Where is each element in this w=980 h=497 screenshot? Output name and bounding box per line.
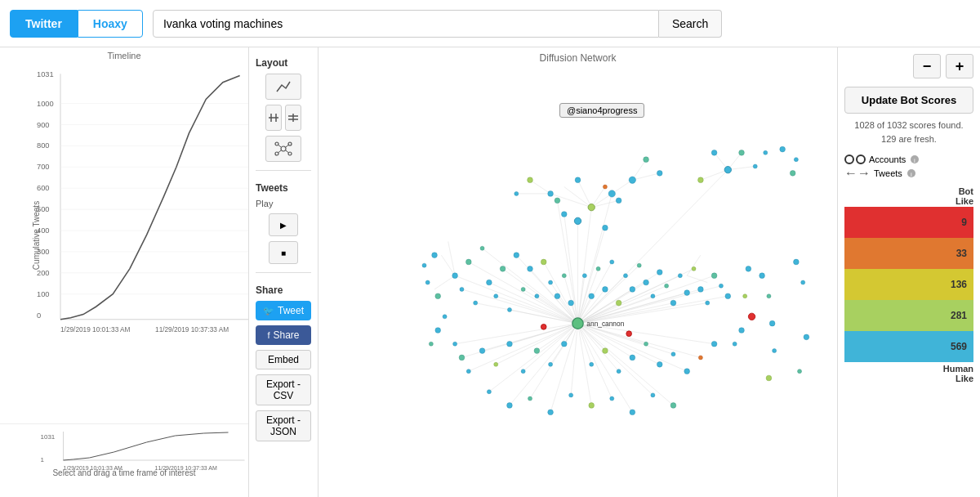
svg-point-161	[582, 274, 586, 278]
layout-btn-spread-v[interactable]	[285, 105, 301, 131]
svg-point-229	[548, 191, 554, 197]
tweet-label: Tweet	[278, 305, 304, 316]
svg-text:200: 200	[37, 269, 50, 277]
zoom-out-button[interactable]: −	[913, 54, 941, 78]
svg-point-192	[561, 341, 567, 347]
facebook-share-button[interactable]: f Share	[256, 325, 311, 345]
svg-text:1/29/2019 10:01:33 AM: 1/29/2019 10:01:33 AM	[60, 326, 131, 334]
tab-twitter[interactable]: Twitter	[10, 10, 78, 38]
svg-point-258	[780, 146, 786, 152]
svg-text:11/29/2019 10:37:33 AM: 11/29/2019 10:37:33 AM	[155, 326, 229, 334]
layout-btn-network[interactable]	[265, 136, 301, 162]
svg-point-143	[452, 273, 458, 279]
svg-point-42	[288, 152, 292, 155]
tweet-button[interactable]: 🐦 Tweet	[256, 301, 311, 320]
svg-line-103	[578, 324, 674, 355]
svg-point-233	[541, 325, 546, 330]
svg-point-256	[743, 294, 747, 298]
svg-point-189	[521, 369, 525, 374]
svg-point-249	[798, 369, 802, 374]
svg-point-240	[764, 150, 768, 154]
svg-point-164	[603, 287, 608, 293]
play-button[interactable]: ▶	[269, 213, 298, 236]
stop-button[interactable]: ■	[269, 241, 298, 264]
ann-cannon-label: ann_cannon	[586, 320, 624, 328]
tweets-info-icon[interactable]: i	[906, 168, 917, 179]
svg-point-162	[589, 293, 595, 299]
svg-point-149	[494, 294, 498, 298]
svg-text:800: 800	[37, 142, 50, 150]
svg-point-150	[500, 266, 506, 271]
svg-text:1000: 1000	[37, 100, 54, 108]
svg-point-196	[630, 355, 635, 360]
svg-point-179	[706, 301, 710, 305]
svg-point-166	[616, 300, 621, 306]
svg-point-177	[692, 266, 696, 271]
svg-point-175	[678, 274, 682, 278]
svg-point-227	[644, 157, 649, 163]
svg-point-238	[753, 164, 757, 168]
export-json-button[interactable]: Export - JSON	[256, 410, 311, 441]
svg-point-244	[773, 349, 777, 353]
svg-line-43	[278, 146, 281, 148]
layout-btn-line[interactable]	[265, 74, 301, 100]
svg-text:1031: 1031	[41, 433, 56, 441]
svg-point-255	[739, 328, 745, 334]
tweets-section-label: Tweets	[256, 182, 288, 194]
svg-point-194	[603, 348, 608, 354]
svg-point-147	[480, 246, 484, 250]
svg-point-156	[541, 259, 546, 265]
svg-point-185	[466, 369, 470, 374]
svg-point-168	[630, 287, 635, 293]
update-bot-scores-button[interactable]: Update Bot Scores	[844, 87, 973, 114]
svg-point-167	[623, 274, 627, 278]
svg-point-157	[549, 280, 553, 284]
svg-line-141	[701, 170, 728, 181]
facebook-icon: f	[267, 330, 270, 340]
svg-line-49	[469, 262, 578, 323]
twitter-icon: 🐦	[263, 306, 274, 316]
svg-point-204	[507, 403, 513, 409]
svg-point-237	[711, 150, 717, 155]
svg-point-228	[657, 171, 662, 177]
svg-line-118	[578, 208, 592, 324]
graph-title: Diffusion Network	[540, 52, 617, 64]
svg-point-38	[281, 146, 286, 151]
svg-point-243	[769, 320, 775, 326]
svg-point-40	[288, 142, 292, 146]
svg-line-108	[510, 324, 578, 405]
svg-line-48	[461, 289, 577, 324]
svg-point-186	[479, 348, 485, 354]
embed-button[interactable]: Embed	[256, 350, 311, 369]
svg-point-230	[528, 177, 533, 183]
search-input[interactable]	[153, 10, 659, 38]
zoom-in-button[interactable]: +	[946, 54, 973, 78]
svg-point-191	[549, 362, 553, 366]
svg-line-47	[455, 275, 577, 323]
svg-point-242	[767, 294, 771, 298]
svg-point-234	[626, 331, 632, 337]
svg-point-205	[528, 396, 532, 401]
accounts-info-icon[interactable]: i	[909, 154, 920, 165]
svg-line-113	[578, 324, 612, 399]
svg-point-216	[422, 263, 426, 267]
search-button[interactable]: Search	[659, 10, 722, 38]
svg-point-152	[514, 253, 519, 258]
svg-point-201	[698, 356, 702, 360]
svg-text:1: 1	[41, 456, 45, 463]
mini-timeline[interactable]: 1031 1 1/29/2019 10:01:33 AM 11/29/2019 …	[0, 423, 248, 481]
svg-text:100: 100	[37, 290, 50, 298]
score-info: 1028 of 1032 scores found. 129 are fresh…	[854, 119, 963, 146]
timeline-title: Timeline	[0, 51, 248, 60]
tab-hoaxy[interactable]: Hoaxy	[78, 10, 143, 38]
svg-point-251	[443, 315, 447, 319]
svg-point-257	[746, 266, 751, 271]
layout-btn-spread-h[interactable]	[265, 105, 282, 131]
svg-point-235	[724, 166, 731, 172]
svg-point-248	[804, 334, 809, 340]
svg-point-154	[528, 266, 533, 271]
export-csv-button[interactable]: Export - CSV	[256, 374, 311, 405]
svg-point-215	[435, 293, 441, 299]
graph-area[interactable]: Diffusion Network @siano4progress	[318, 47, 837, 497]
svg-point-173	[665, 284, 669, 288]
